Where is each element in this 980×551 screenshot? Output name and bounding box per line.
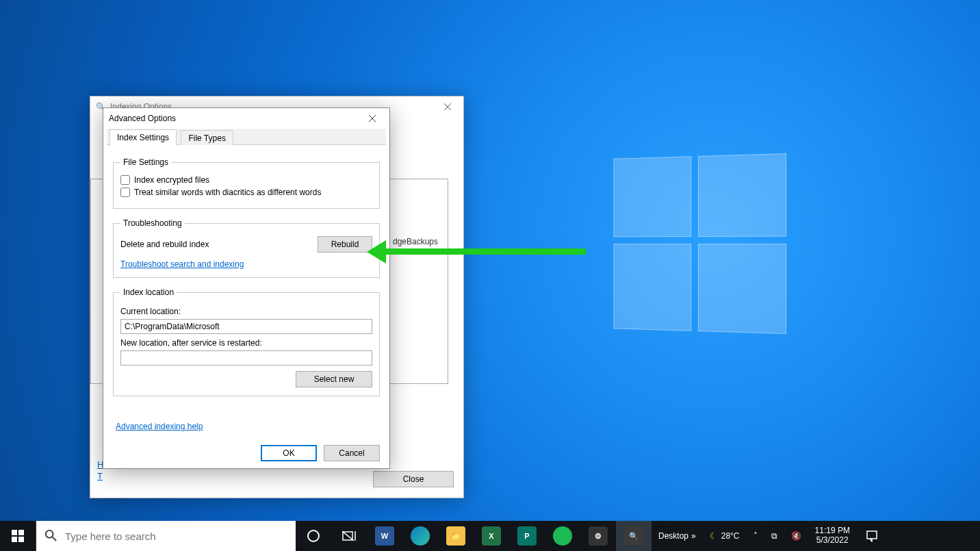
close-icon (444, 103, 451, 110)
tray-volume[interactable]: 🔇 (784, 521, 808, 551)
svg-line-5 (53, 537, 56, 540)
search-icon (44, 529, 57, 543)
weather-widget[interactable]: ☾ 28°C (703, 521, 747, 551)
current-location-label: Current location: (120, 307, 372, 316)
notification-icon (866, 530, 878, 542)
svg-rect-3 (18, 537, 24, 542)
taskbar: W 📁 X P ⚙ 🔍 Desktop » ☾ 28°C ˄ ⧉ 🔇 11:19… (0, 521, 980, 551)
diacritics-checkbox[interactable] (120, 188, 130, 197)
taskbar-search-input[interactable] (65, 521, 296, 551)
troubleshooting-group: Troubleshooting Delete and rebuild index… (113, 218, 380, 278)
cancel-button[interactable]: Cancel (324, 445, 380, 461)
diacritics-row[interactable]: Treat similar words with diacritics as d… (120, 188, 372, 197)
tab-index-settings[interactable]: Index Settings (109, 129, 177, 146)
cortana-button[interactable] (296, 521, 331, 551)
taskbar-search[interactable] (36, 521, 296, 551)
taskbar-app-spotify[interactable] (545, 521, 580, 551)
svg-point-6 (308, 530, 319, 541)
index-encrypted-label: Index encrypted files (134, 175, 209, 185)
current-location-field[interactable] (120, 319, 372, 334)
taskbar-clock[interactable]: 11:19 PM 5/3/2022 (808, 526, 857, 546)
indexing-options-close-button[interactable] (432, 97, 463, 117)
volume-muted-icon: 🔇 (791, 531, 801, 541)
moon-icon: ☾ (710, 531, 717, 541)
svg-rect-2 (12, 537, 17, 542)
file-settings-group: File Settings Index encrypted files Trea… (113, 157, 380, 209)
start-button[interactable] (0, 521, 36, 551)
index-location-group: Index location Current location: New loc… (113, 287, 380, 396)
tab-strip: Index Settings File Types (107, 129, 386, 145)
troubleshooting-legend: Troubleshooting (120, 218, 185, 228)
desktop-windows-logo (613, 153, 786, 335)
taskbar-app-explorer[interactable]: 📁 (438, 521, 474, 551)
ime-icon: ⧉ (771, 531, 777, 541)
taskbar-app-edge[interactable] (402, 521, 438, 551)
action-center-button[interactable] (857, 521, 887, 551)
advanced-options-dialog: Advanced Options Index Settings File Typ… (103, 107, 390, 469)
file-settings-legend: File Settings (120, 157, 171, 167)
taskbar-app-word[interactable]: W (367, 521, 402, 551)
taskbar-app-excel[interactable]: X (474, 521, 509, 551)
tray-chevron-up[interactable]: ˄ (747, 521, 764, 551)
svg-rect-0 (12, 530, 17, 535)
desktop-toolbar[interactable]: Desktop » (652, 521, 703, 551)
indexing-options-close[interactable]: Close (373, 471, 454, 487)
advanced-options-title: Advanced Options (109, 114, 176, 123)
desktop-toolbar-label: Desktop (658, 531, 688, 541)
advanced-options-titlebar[interactable]: Advanced Options (103, 108, 389, 129)
parent-help-link-t[interactable]: T (97, 471, 103, 481)
index-encrypted-row[interactable]: Index encrypted files (120, 175, 372, 185)
task-view-button[interactable] (331, 521, 367, 551)
windows-icon (12, 530, 24, 542)
advanced-indexing-help-link[interactable]: Advanced indexing help (116, 422, 203, 431)
index-location-legend: Index location (120, 287, 177, 297)
troubleshoot-search-link[interactable]: Troubleshoot search and indexing (120, 259, 244, 269)
clock-date: 5/3/2022 (815, 536, 850, 546)
close-icon (369, 115, 376, 122)
taskbar-app-publisher[interactable]: P (509, 521, 545, 551)
weather-temp: 28°C (721, 531, 740, 541)
tab-file-types[interactable]: File Types (181, 130, 233, 145)
svg-rect-1 (18, 530, 24, 535)
taskbar-app-settings[interactable]: ⚙ (580, 521, 616, 551)
new-location-label: New location, after service is restarted… (120, 338, 372, 348)
new-location-field[interactable] (120, 350, 372, 366)
delete-rebuild-label: Delete and rebuild index (120, 240, 209, 249)
tray-ime[interactable]: ⧉ (764, 521, 784, 551)
advanced-options-close-button[interactable] (358, 108, 387, 129)
taskbar-app-indexing[interactable]: 🔍 (616, 521, 652, 551)
chevron-up-icon: ˄ (753, 531, 758, 541)
index-encrypted-checkbox[interactable] (120, 175, 130, 185)
select-new-button[interactable]: Select new (296, 371, 372, 387)
diacritics-label: Treat similar words with diacritics as d… (134, 188, 321, 197)
clock-time: 11:19 PM (815, 526, 850, 536)
ok-button[interactable]: OK (261, 445, 317, 461)
rebuild-button[interactable]: Rebuild (318, 236, 372, 253)
svg-rect-10 (867, 531, 877, 539)
svg-point-4 (46, 530, 53, 537)
chevron-right-icon: » (691, 531, 696, 541)
